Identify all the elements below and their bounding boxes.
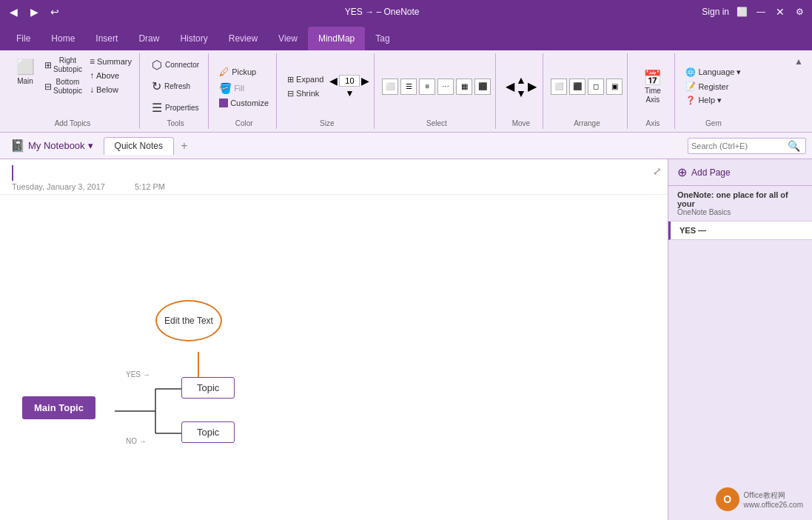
move-btn-right[interactable]: ▶: [528, 79, 537, 93]
group-size: ⊞ Expand ⊟ Shrink ◀ 10 ▶ ▼ Size: [280, 53, 375, 129]
arrange-btn-2[interactable]: ⬛: [569, 79, 585, 95]
search-icon[interactable]: 🔍: [788, 140, 800, 152]
connector-button[interactable]: ⬡ Connector: [147, 55, 204, 75]
topic-box-yes[interactable]: Topic: [181, 377, 235, 399]
help-icon: ❓: [685, 96, 696, 105]
add-tab-button[interactable]: +: [175, 137, 193, 155]
title-left: ◀ ▶ ↩: [6, 4, 62, 19]
tab-review[interactable]: Review: [218, 27, 268, 50]
canvas-area: Tuesday, January 3, 2017 5:12 PM ⤢ Edi: [0, 159, 668, 520]
properties-button[interactable]: ☰ Properties: [147, 98, 204, 118]
expand-canvas-button[interactable]: ⤢: [653, 165, 662, 177]
callout-bubble[interactable]: Edit the Text: [155, 300, 222, 341]
topic-box-no[interactable]: Topic: [181, 421, 235, 443]
properties-label: Properties: [165, 104, 199, 112]
size-label: Size: [320, 118, 334, 127]
ribbon-content: ⬜ Main ⊞ RightSubtopic ⊟ BottomSubtopic …: [0, 50, 812, 133]
refresh-label: Refresh: [164, 82, 190, 90]
shrink-button[interactable]: ⊟ Shrink: [284, 87, 326, 100]
customize-button[interactable]: Customize: [216, 97, 272, 109]
watermark: O Office教程网 www.office26.com: [716, 487, 803, 511]
select-btn-2[interactable]: ☰: [400, 79, 417, 95]
watermark-logo-text: O: [723, 493, 731, 505]
add-page-button[interactable]: ⊕ Add Page: [668, 159, 812, 186]
arrange-btn-4[interactable]: ▣: [606, 79, 623, 95]
time-axis-button[interactable]: 📅 TimeAxis: [638, 66, 668, 107]
bottom-subtopic-button[interactable]: ⊟ BottomSubtopic: [41, 76, 85, 97]
search-input[interactable]: [691, 141, 788, 150]
language-label: Language ▾: [698, 67, 741, 77]
group-add-topics: ⬜ Main ⊞ RightSubtopic ⊟ BottomSubtopic …: [6, 53, 140, 129]
back-button[interactable]: ◀: [6, 4, 21, 19]
fill-icon: 🪣: [219, 82, 232, 94]
properties-icon: ☰: [152, 101, 162, 115]
main-topic-label: Main Topic: [34, 402, 84, 413]
arrow-left-button[interactable]: ◀: [329, 75, 338, 87]
connector-icon: ⬡: [152, 58, 162, 72]
main-button[interactable]: ⬜ Main: [10, 55, 40, 88]
expand-button[interactable]: ⊞ Expand: [284, 73, 326, 86]
below-button[interactable]: ↓ Below: [87, 83, 135, 96]
move-btn-down[interactable]: ▼: [516, 87, 526, 99]
page-title-input[interactable]: [12, 165, 656, 181]
arrange-btn-1[interactable]: ⬜: [551, 79, 567, 95]
arrow-down-button[interactable]: ▼: [345, 88, 354, 99]
page-title-area: Tuesday, January 3, 2017 5:12 PM: [0, 159, 668, 195]
axis-label: Axis: [645, 118, 660, 127]
page-list-item-1[interactable]: OneNote: one place for all of your OneNo…: [668, 186, 812, 221]
select-btn-4[interactable]: ⋯: [437, 79, 454, 95]
above-button[interactable]: ↑ Above: [87, 69, 135, 82]
below-icon: ↓: [90, 84, 94, 95]
watermark-text: Office教程网 www.office26.com: [744, 490, 803, 509]
move-btn-up[interactable]: ▲: [516, 74, 526, 86]
bottom-icon: ⊟: [44, 81, 52, 92]
minimize-button[interactable]: —: [754, 5, 768, 19]
pickup-button[interactable]: 🖊 Pickup: [216, 64, 272, 79]
fill-button[interactable]: 🪣 Fill: [216, 81, 272, 96]
maximize-restore-button[interactable]: ⬜: [735, 5, 748, 19]
page-list-item-2[interactable]: YES —: [668, 221, 812, 240]
register-button[interactable]: 📝 Register: [682, 80, 744, 93]
tab-insert[interactable]: Insert: [85, 27, 128, 50]
right-subtopic-button[interactable]: ⊞ RightSubtopic: [41, 55, 85, 76]
notebook-selector[interactable]: 📓 My Notebook ▾: [6, 137, 98, 154]
add-topics-buttons: ⬜ Main ⊞ RightSubtopic ⊟ BottomSubtopic …: [10, 55, 135, 118]
tab-mindmap[interactable]: MindMap: [308, 27, 365, 50]
group-gem: 🌐 Language ▾ 📝 Register ❓ Help ▾ Gem: [678, 53, 748, 129]
select-btn-5[interactable]: ▦: [456, 79, 472, 95]
below-label: Below: [96, 85, 118, 94]
time-axis-label: TimeAxis: [645, 87, 661, 104]
tab-quick-notes[interactable]: Quick Notes: [104, 137, 174, 155]
help-button[interactable]: ❓ Help ▾: [682, 94, 744, 107]
tab-view[interactable]: View: [268, 27, 308, 50]
language-button[interactable]: 🌐 Language ▾: [682, 66, 744, 79]
watermark-line1: Office教程网: [744, 490, 803, 501]
fill-label: Fill: [234, 84, 244, 93]
tab-history[interactable]: History: [170, 27, 218, 50]
refresh-button[interactable]: ↻ Refresh: [147, 76, 195, 96]
above-label: Above: [96, 71, 119, 80]
settings-icon[interactable]: ⚙: [793, 5, 806, 19]
shrink-icon: ⊟: [287, 89, 294, 99]
undo-button[interactable]: ↩: [47, 4, 62, 19]
select-btn-6[interactable]: ⬛: [474, 79, 491, 95]
close-button[interactable]: ✕: [774, 5, 787, 19]
tab-file[interactable]: File: [6, 27, 41, 50]
main-topic-box[interactable]: Main Topic: [22, 396, 95, 419]
move-btn-left[interactable]: ◀: [506, 79, 514, 93]
tab-tag[interactable]: Tag: [365, 27, 400, 50]
forward-button[interactable]: ▶: [27, 4, 41, 19]
ribbon-collapse-button[interactable]: ▲: [791, 53, 806, 129]
arrow-right-button[interactable]: ▶: [361, 75, 369, 87]
group-tools: ⬡ Connector ↻ Refresh ☰ Properties Tools: [143, 53, 209, 129]
tab-home[interactable]: Home: [41, 27, 85, 50]
connector-label: Connector: [165, 61, 199, 69]
select-btn-1[interactable]: ⬜: [382, 79, 398, 95]
tab-draw[interactable]: Draw: [128, 27, 170, 50]
main-layout: Tuesday, January 3, 2017 5:12 PM ⤢ Edi: [0, 159, 812, 520]
sign-in-link[interactable]: Sign in: [702, 7, 729, 17]
page-date: Tuesday, January 3, 2017 5:12 PM: [12, 182, 656, 191]
arrange-btn-3[interactable]: ◻: [588, 79, 604, 95]
summary-button[interactable]: ≡ Summary: [87, 55, 135, 68]
select-btn-3[interactable]: ≡: [419, 79, 435, 95]
